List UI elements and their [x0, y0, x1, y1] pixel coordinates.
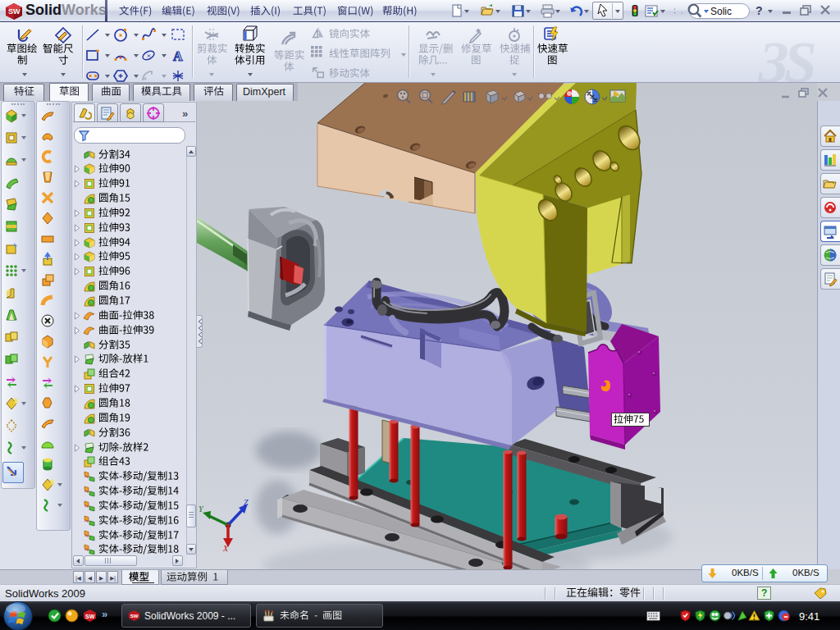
svg-text:A: A — [173, 49, 183, 62]
svg-text:SW: SW — [8, 7, 21, 16]
svg-text:Z: Z — [244, 498, 249, 507]
svg-text:SW: SW — [130, 613, 139, 619]
svg-text:X: X — [222, 544, 229, 553]
svg-text:SW: SW — [85, 614, 95, 619]
